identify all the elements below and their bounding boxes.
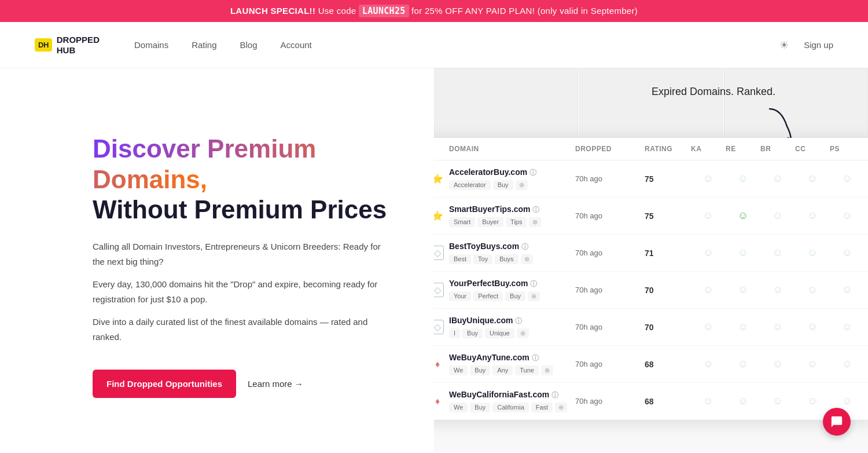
dropped-time: 70h ago bbox=[575, 360, 645, 368]
domain-name: YourPerfectBuy.com ⓘ bbox=[449, 279, 575, 289]
re-score: ☺ bbox=[726, 173, 760, 185]
domain-tag: Buy bbox=[462, 328, 483, 338]
chat-button[interactable] bbox=[823, 408, 851, 436]
nav-rating[interactable]: Rating bbox=[192, 40, 216, 50]
ka-score: ☺ bbox=[691, 395, 726, 407]
domain-tag: I bbox=[449, 328, 460, 338]
cc-score: ☺ bbox=[795, 247, 830, 259]
th-icon bbox=[434, 145, 449, 153]
domain-name: WeBuyAnyTune.com ⓘ bbox=[449, 353, 575, 363]
nav-right: ☀ Sign up bbox=[776, 37, 833, 53]
cta-button[interactable]: Find Dropped Opportunities bbox=[93, 370, 236, 398]
cc-score: ☺ bbox=[795, 395, 830, 407]
th-re: RE bbox=[726, 145, 760, 153]
main-content: Discover Premium Domains, Without Premiu… bbox=[0, 68, 868, 452]
table-row[interactable]: ⭐ AcceleratorBuy.com ⓘ AcceleratorBuy⊕ 7… bbox=[434, 160, 868, 198]
br-score: ☺ bbox=[760, 247, 795, 259]
nav-account[interactable]: Account bbox=[281, 40, 312, 50]
learn-more-link[interactable]: Learn more → bbox=[248, 379, 303, 389]
domain-tag: Tips bbox=[506, 217, 527, 227]
dropped-time: 70h ago bbox=[575, 249, 645, 257]
nav-links: Domains Rating Blog Account bbox=[134, 40, 776, 50]
re-score: ☺ bbox=[726, 284, 760, 296]
domain-tags: YourPerfectBuy⊕ bbox=[449, 291, 575, 301]
row-icon: ◇ bbox=[434, 320, 449, 334]
ps-score: ☺ bbox=[830, 247, 865, 259]
table-row[interactable]: ♦ WeBuyCaliforniaFast.com ⓘ WeBuyCalifor… bbox=[434, 383, 868, 420]
th-rating: Rating bbox=[645, 145, 691, 153]
cc-score: ☺ bbox=[795, 358, 830, 370]
domain-tag: Your bbox=[449, 291, 471, 301]
rating-value: 75 bbox=[645, 174, 691, 184]
hero-actions: Find Dropped Opportunities Learn more → bbox=[93, 370, 388, 398]
domain-tag: Accelerator bbox=[449, 180, 491, 190]
ka-score: ☺ bbox=[691, 358, 726, 370]
domain-info: IBuyUnique.com ⓘ IBuyUnique⊕ bbox=[449, 316, 575, 338]
ps-score: ☺ bbox=[830, 321, 865, 333]
nav-blog[interactable]: Blog bbox=[240, 40, 258, 50]
cc-score: ☺ bbox=[795, 173, 830, 185]
domain-name: SmartBuyerTips.com ⓘ bbox=[449, 204, 575, 215]
table-row[interactable]: ⭐ SmartBuyerTips.com ⓘ SmartBuyerTips⊕ 7… bbox=[434, 198, 868, 235]
domain-name: AcceleratorBuy.com ⓘ bbox=[449, 167, 575, 178]
domain-tag: Fast bbox=[531, 403, 553, 412]
th-domain: Domain bbox=[449, 145, 575, 153]
ka-score: ☺ bbox=[691, 173, 726, 185]
domain-tag: Best bbox=[449, 254, 471, 264]
dropped-time: 70h ago bbox=[575, 323, 645, 331]
row-icon: ◇ bbox=[434, 246, 449, 260]
ka-score: ☺ bbox=[691, 247, 726, 259]
domain-tag: Buy bbox=[470, 366, 490, 375]
table-body: ⭐ AcceleratorBuy.com ⓘ AcceleratorBuy⊕ 7… bbox=[434, 160, 868, 420]
ka-score: ☺ bbox=[691, 321, 726, 333]
rating-value: 75 bbox=[645, 211, 691, 221]
promo-banner: LAUNCH SPECIAL!! Use code LAUNCH25 for 2… bbox=[0, 0, 868, 22]
domain-info: YourPerfectBuy.com ⓘ YourPerfectBuy⊕ bbox=[449, 279, 575, 301]
row-icon: ♦ bbox=[434, 359, 449, 370]
domain-tags: AcceleratorBuy⊕ bbox=[449, 180, 575, 190]
ps-score: ☺ bbox=[830, 358, 865, 370]
row-icon: ◇ bbox=[434, 283, 449, 297]
br-score: ☺ bbox=[760, 210, 795, 222]
table-row[interactable]: ◇ YourPerfectBuy.com ⓘ YourPerfectBuy⊕ 7… bbox=[434, 272, 868, 309]
rating-value: 68 bbox=[645, 397, 691, 406]
th-cc: CC bbox=[795, 145, 830, 153]
navbar: DH DROPPED HUB Domains Rating Blog Accou… bbox=[0, 22, 868, 68]
br-score: ☺ bbox=[760, 358, 795, 370]
th-ps: PS bbox=[830, 145, 865, 153]
domain-info: WeBuyCaliforniaFast.com ⓘ WeBuyCaliforni… bbox=[449, 390, 575, 412]
domain-tag: Buy bbox=[493, 180, 513, 190]
cc-score: ☺ bbox=[795, 321, 830, 333]
expired-domains-label: Expired Domains. Ranked. bbox=[652, 86, 775, 98]
rating-value: 71 bbox=[645, 249, 691, 258]
domain-tag: Perfect bbox=[473, 291, 503, 301]
dropped-time: 70h ago bbox=[575, 211, 645, 220]
signup-button[interactable]: Sign up bbox=[804, 40, 833, 50]
rating-value: 70 bbox=[645, 323, 691, 332]
dropped-time: 70h ago bbox=[575, 286, 645, 294]
table-row[interactable]: ◇ IBuyUnique.com ⓘ IBuyUnique⊕ 70h ago 7… bbox=[434, 309, 868, 346]
domain-name: IBuyUnique.com ⓘ bbox=[449, 316, 575, 326]
rating-value: 70 bbox=[645, 286, 691, 295]
th-br: BR bbox=[760, 145, 795, 153]
domain-tag: Buy bbox=[470, 403, 490, 412]
table-header: Domain Dropped Rating KA RE BR CC PS bbox=[434, 138, 868, 160]
row-icon: ♦ bbox=[434, 396, 449, 407]
domain-tag: We bbox=[449, 403, 468, 412]
th-dropped: Dropped bbox=[575, 145, 645, 153]
domain-tag: We bbox=[449, 366, 468, 375]
re-score: ☺ bbox=[726, 358, 760, 370]
domain-tag: Unique bbox=[485, 328, 514, 338]
re-score: ☺ bbox=[726, 210, 760, 222]
theme-toggle[interactable]: ☀ bbox=[776, 37, 792, 53]
br-score: ☺ bbox=[760, 321, 795, 333]
nav-domains[interactable]: Domains bbox=[134, 40, 168, 50]
table-row[interactable]: ◇ BestToyBuys.com ⓘ BestToyBuys⊕ 70h ago… bbox=[434, 235, 868, 272]
ps-score: ☺ bbox=[830, 284, 865, 296]
domain-info: BestToyBuys.com ⓘ BestToyBuys⊕ bbox=[449, 242, 575, 264]
table-row[interactable]: ♦ WeBuyAnyTune.com ⓘ WeBuyAnyTune⊕ 70h a… bbox=[434, 346, 868, 383]
hero-desc-1: Calling all Domain Investors, Entreprene… bbox=[93, 239, 382, 269]
cc-score: ☺ bbox=[795, 210, 830, 222]
domain-tags: WeBuyCaliforniaFast⊕ bbox=[449, 403, 575, 412]
rating-value: 68 bbox=[645, 360, 691, 369]
